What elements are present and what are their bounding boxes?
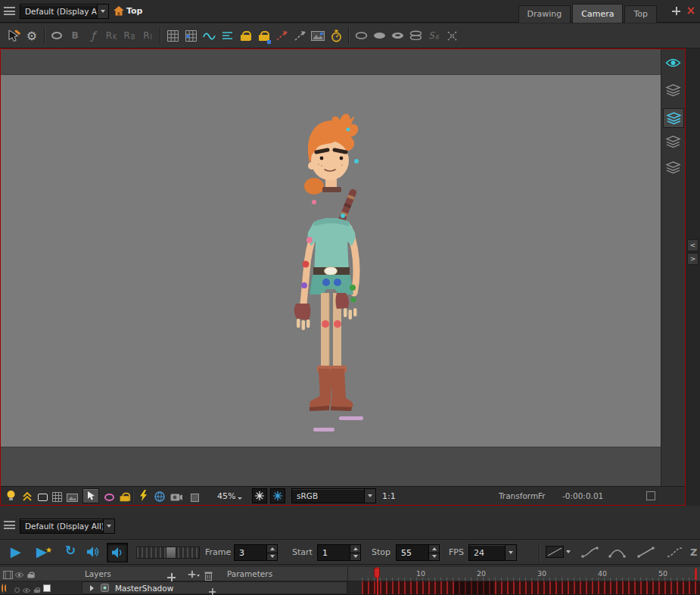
antialias-toggle-button[interactable] — [252, 488, 267, 503]
color-space-selector[interactable]: sRGB — [291, 488, 376, 503]
close-view-icon[interactable]: × — [686, 5, 695, 17]
sound-scrubbing-button[interactable] — [107, 543, 128, 562]
render-view-icon[interactable] — [154, 491, 166, 503]
fps-selector[interactable]: 24 — [468, 544, 517, 561]
tab-drawing[interactable]: Drawing — [518, 5, 571, 23]
eye-icon[interactable] — [13, 569, 25, 581]
lock-element-icon[interactable] — [254, 26, 272, 45]
s-curve-icon[interactable] — [666, 546, 684, 562]
layer-color-swatch[interactable] — [43, 584, 51, 592]
s6-tool-icon[interactable]: S6 — [425, 26, 443, 45]
sound-button[interactable] — [86, 546, 99, 561]
film-icon[interactable] — [2, 569, 14, 581]
deformer-stack-icon[interactable] — [406, 26, 425, 45]
cutter-icon[interactable] — [443, 26, 461, 45]
lock-icon[interactable] — [236, 26, 254, 45]
thumbnail-icon[interactable] — [309, 26, 327, 45]
play-selection-button[interactable]: ▶★ — [36, 544, 47, 560]
exposure-bar[interactable] — [362, 581, 700, 595]
camera-mask-icon[interactable] — [170, 491, 182, 503]
start-down-icon[interactable] — [350, 553, 360, 561]
loop-button[interactable]: ↻ — [65, 543, 76, 558]
layer-row[interactable]: MasterShadow — [0, 581, 348, 595]
playhead-line[interactable] — [377, 567, 378, 595]
gear-icon[interactable]: ⚙ — [23, 26, 41, 45]
tab-top[interactable]: Top — [624, 5, 657, 23]
lock-icon[interactable] — [24, 569, 36, 581]
splitter-collapse-right-icon[interactable]: > — [687, 253, 698, 265]
ease-preset-selector[interactable] — [546, 546, 571, 558]
layers-stack-icon[interactable] — [665, 136, 681, 151]
grid-icon[interactable] — [51, 491, 63, 503]
tab-camera[interactable]: Camera — [572, 4, 623, 23]
dashed-arrow-gray-icon[interactable] — [291, 26, 309, 45]
frame-ruler[interactable]: 10 20 30 40 50 — [348, 567, 700, 581]
timeline-display-selector[interactable]: Default (Display All) — [20, 519, 115, 534]
deformer-ellipse-outline-icon[interactable] — [352, 26, 370, 45]
status-checkbox[interactable] — [646, 491, 655, 500]
volume-slider[interactable] — [136, 547, 200, 559]
timeline-menu-icon[interactable] — [4, 521, 15, 529]
freeze-toggle-button[interactable] — [270, 488, 285, 503]
layers-stack-icon[interactable] — [665, 84, 681, 100]
home-icon[interactable] — [114, 6, 124, 16]
function-tool-icon[interactable]: ƒ — [84, 26, 102, 45]
belt-buckle-control[interactable] — [325, 267, 338, 276]
frame-down-icon[interactable] — [267, 553, 277, 561]
zoom-level[interactable]: 45% — [217, 491, 242, 501]
stop-spinbox[interactable]: 55 — [396, 544, 440, 561]
deformer-torus-icon[interactable] — [388, 26, 406, 45]
character-rig[interactable] — [276, 113, 390, 447]
data-view-toggle-icon[interactable] — [2, 584, 9, 593]
ri-tool-icon[interactable]: RI — [138, 26, 157, 45]
onion-skin-wave-icon[interactable] — [200, 26, 218, 45]
frame-up-icon[interactable] — [267, 545, 277, 553]
z-curve-icon[interactable]: Z — [690, 547, 697, 558]
lock-icon[interactable] — [30, 584, 42, 595]
layers-stack-icon[interactable] — [665, 161, 681, 177]
align-lines-icon[interactable] — [218, 26, 236, 45]
display-selector[interactable]: Default (Display All) — [20, 4, 109, 19]
start-spinbox[interactable]: 1 — [317, 544, 361, 561]
frame-spinbox[interactable]: 3 — [234, 544, 278, 561]
render-flash-icon[interactable] — [137, 490, 149, 502]
layers-stack-selected-icon[interactable] — [663, 108, 684, 128]
rk-tool-icon[interactable]: RK — [102, 26, 120, 45]
lock-icon[interactable] — [118, 491, 130, 503]
eye-icon[interactable] — [665, 57, 681, 71]
letter-tool-b-icon[interactable]: B — [66, 26, 84, 45]
hair-bun — [304, 178, 324, 195]
preview-image-icon[interactable] — [66, 491, 78, 503]
dashed-arrow-red-icon[interactable] — [272, 26, 291, 45]
add-parameter-button[interactable] — [208, 584, 216, 595]
outline-mode-icon[interactable] — [36, 491, 48, 503]
light-table-icon[interactable] — [5, 490, 17, 502]
matte-view-icon[interactable] — [188, 491, 201, 503]
grid-select-icon[interactable] — [182, 26, 200, 45]
transform-tool-icon[interactable] — [5, 26, 23, 45]
ease-out-curve-icon[interactable] — [608, 546, 627, 562]
stop-up-icon[interactable] — [429, 545, 439, 553]
stop-down-icon[interactable] — [429, 553, 439, 561]
rb-tool-icon[interactable]: RB — [120, 26, 138, 45]
scene-end-marker[interactable] — [695, 569, 697, 580]
panel-menu-icon[interactable] — [4, 7, 15, 15]
linear-curve-icon[interactable] — [637, 546, 655, 562]
volume-slider-handle[interactable] — [166, 547, 176, 559]
layer-name-cell[interactable]: MasterShadow — [82, 581, 347, 594]
show-strokes-icon[interactable] — [21, 491, 33, 503]
ellipse-tool-icon[interactable] — [48, 26, 66, 45]
safe-area-ellipse-icon[interactable] — [103, 491, 115, 503]
play-button[interactable]: ▶ — [11, 544, 21, 560]
layer-track[interactable] — [348, 581, 700, 595]
active-tool-button[interactable] — [82, 488, 99, 503]
add-peg-button[interactable] — [188, 570, 200, 578]
splitter-collapse-left-icon[interactable]: < — [687, 239, 698, 251]
deformer-ellipse-filled-icon[interactable] — [370, 26, 388, 45]
stopwatch-icon[interactable] — [327, 26, 345, 45]
grid-icon[interactable] — [163, 26, 182, 45]
start-up-icon[interactable] — [350, 545, 360, 553]
add-view-icon[interactable] — [672, 7, 680, 15]
ease-in-curve-icon[interactable] — [581, 546, 599, 562]
expand-layer-icon[interactable] — [90, 585, 94, 591]
